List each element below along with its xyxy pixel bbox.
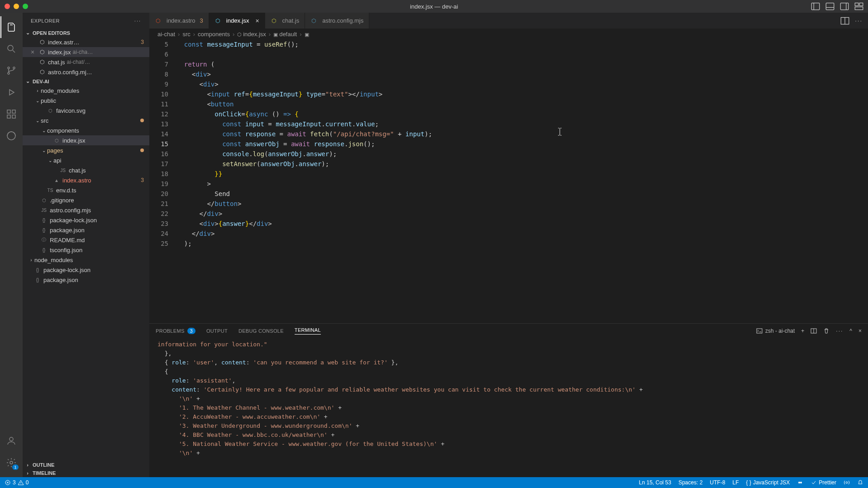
code-line[interactable]: const answerObj = await response.json(); xyxy=(176,139,868,149)
activity-explorer[interactable] xyxy=(0,16,22,38)
tree-item[interactable]: ⬡.gitignore xyxy=(23,195,149,205)
panel-right-icon[interactable] xyxy=(840,2,849,11)
code-line[interactable]: const messageInput = useRef(); xyxy=(176,39,868,49)
code-line[interactable]: setAnswer(answerObj.answer); xyxy=(176,159,868,169)
code-content[interactable]: const messageInput = useRef(); return ( … xyxy=(176,39,868,323)
open-editor-item[interactable]: ⬡index.astr…3 xyxy=(23,37,149,47)
maximize-window-button[interactable] xyxy=(23,4,28,9)
open-editors-header[interactable]: ⌄ OPEN EDITORS xyxy=(23,29,149,37)
open-editor-item[interactable]: ⬡chat.jsai-chat/… xyxy=(23,57,149,67)
code-editor[interactable]: 5678910111213141516171819202122232425 co… xyxy=(149,39,868,323)
activity-source-control[interactable] xyxy=(0,60,22,81)
tree-item[interactable]: JSastro.config.mjs xyxy=(23,205,149,215)
activity-edge[interactable] xyxy=(0,125,22,147)
timeline-header[interactable]: › TIMELINE xyxy=(23,469,149,477)
status-line-col[interactable]: Ln 15, Col 53 xyxy=(639,479,671,486)
breadcrumb-item[interactable]: src xyxy=(182,31,190,38)
tree-item[interactable]: ›node_modules xyxy=(23,255,149,265)
code-line[interactable]: const response = await fetch("/api/chat?… xyxy=(176,129,868,139)
tree-item[interactable]: {}package-lock.json xyxy=(23,265,149,275)
activity-settings[interactable]: 1 xyxy=(0,452,22,474)
breadcrumb-item[interactable]: components xyxy=(198,31,230,38)
panel-tab-output[interactable]: OUTPUT xyxy=(206,328,228,334)
terminal-output[interactable]: information for your location." }, { rol… xyxy=(149,338,868,477)
activity-extensions[interactable] xyxy=(0,103,22,125)
panel-more-icon[interactable]: ··· xyxy=(836,328,843,334)
code-line[interactable]: <div> xyxy=(176,69,868,79)
tree-item[interactable]: ⌄pages xyxy=(23,145,149,155)
editor-tab[interactable]: ⬡astro.config.mjs xyxy=(305,13,369,29)
tree-item[interactable]: ▲index.astro3 xyxy=(23,175,149,185)
tree-item[interactable]: {}package.json xyxy=(23,275,149,285)
code-line[interactable]: </button> xyxy=(176,199,868,209)
panel-tab-problems[interactable]: PROBLEMS 3 xyxy=(156,328,196,334)
panel-left-icon[interactable] xyxy=(811,2,820,11)
tree-item[interactable]: ⬡index.jsx xyxy=(23,135,149,145)
split-editor-icon[interactable] xyxy=(840,16,849,25)
status-spaces[interactable]: Spaces: 2 xyxy=(678,479,702,486)
code-line[interactable]: return ( xyxy=(176,59,868,69)
layout-customize-icon[interactable] xyxy=(854,2,863,11)
panel-tab-debug[interactable]: DEBUG CONSOLE xyxy=(238,328,284,334)
code-line[interactable]: <input ref={messageInput} type="text"></… xyxy=(176,89,868,99)
tree-item[interactable]: ⓘREADME.md xyxy=(23,235,149,245)
status-language[interactable]: { } JavaScript JSX xyxy=(746,479,790,486)
status-encoding[interactable]: UTF-8 xyxy=(710,479,725,486)
open-editor-item[interactable]: ×⬡index.jsxai-cha… xyxy=(23,47,149,57)
tree-item[interactable]: ⌄public xyxy=(23,96,149,105)
tree-item[interactable]: {}tsconfig.json xyxy=(23,245,149,255)
tree-item[interactable]: TSenv.d.ts xyxy=(23,185,149,195)
status-copilot[interactable] xyxy=(797,479,803,486)
code-line[interactable]: </div> xyxy=(176,229,868,239)
panel-bottom-icon[interactable] xyxy=(825,2,835,11)
code-line[interactable]: ); xyxy=(176,239,868,249)
minimize-window-button[interactable] xyxy=(14,4,19,9)
status-eol[interactable]: LF xyxy=(733,479,739,486)
close-window-button[interactable] xyxy=(5,4,10,9)
tree-item[interactable]: {}package.json xyxy=(23,225,149,235)
code-line[interactable]: <button xyxy=(176,99,868,109)
breadcrumb-item[interactable]: ▣default xyxy=(273,31,297,38)
activity-accounts[interactable] xyxy=(0,430,22,452)
tree-item[interactable]: ⌄api xyxy=(23,155,149,165)
code-line[interactable]: <div> xyxy=(176,79,868,89)
tree-item[interactable]: JSchat.js xyxy=(23,165,149,175)
sidebar-more-icon[interactable]: ··· xyxy=(134,18,141,24)
code-line[interactable]: Send xyxy=(176,189,868,199)
code-line[interactable] xyxy=(176,49,868,59)
status-prettier[interactable]: Prettier xyxy=(811,479,836,486)
activity-search[interactable] xyxy=(0,38,22,60)
close-tab-icon[interactable]: × xyxy=(255,17,259,24)
tree-item[interactable]: ⌄src xyxy=(23,115,149,125)
open-editor-item[interactable]: ⬡astro.config.mj… xyxy=(23,67,149,77)
close-panel-icon[interactable]: × xyxy=(858,328,862,334)
editor-tab[interactable]: ⬡index.astro3 xyxy=(149,13,209,29)
minimap[interactable] xyxy=(860,39,868,323)
panel-tab-terminal[interactable]: TERMINAL xyxy=(295,327,321,335)
editor-tab[interactable]: ⬡chat.js xyxy=(265,13,305,29)
code-line[interactable]: }} xyxy=(176,169,868,179)
tree-item[interactable]: {}package-lock.json xyxy=(23,215,149,225)
outline-header[interactable]: › OUTLINE xyxy=(23,461,149,469)
tree-item[interactable]: ›node_modules xyxy=(23,86,149,96)
status-errors[interactable]: 3 0 xyxy=(5,479,29,486)
close-editor-icon[interactable]: × xyxy=(31,48,39,56)
breadcrumb[interactable]: ai-chat›src›components›⬡index.jsx›▣defau… xyxy=(149,29,868,39)
code-line[interactable]: </div> xyxy=(176,209,868,219)
split-terminal-icon[interactable] xyxy=(811,328,817,334)
code-line[interactable]: onClick={async () => { xyxy=(176,109,868,119)
maximize-panel-icon[interactable]: ^ xyxy=(849,328,852,334)
activity-run-debug[interactable] xyxy=(0,81,22,103)
tree-item[interactable]: ⬡favicon.svg xyxy=(23,105,149,115)
editor-tab[interactable]: ⬡index.jsx× xyxy=(209,13,265,29)
code-line[interactable]: > xyxy=(176,179,868,189)
breadcrumb-item[interactable]: ⬡index.jsx xyxy=(237,31,266,38)
trash-icon[interactable] xyxy=(823,328,830,334)
tree-item[interactable]: ⌄components xyxy=(23,125,149,135)
status-feedback[interactable] xyxy=(844,479,850,486)
tab-more-icon[interactable]: ··· xyxy=(855,17,863,24)
terminal-shell-picker[interactable]: zsh - ai-chat xyxy=(756,328,795,334)
breadcrumb-item[interactable]: ai-chat xyxy=(157,31,175,38)
breadcrumb-item[interactable]: ▣ xyxy=(305,31,310,38)
project-header[interactable]: ⌄ DEV-AI xyxy=(23,77,149,86)
